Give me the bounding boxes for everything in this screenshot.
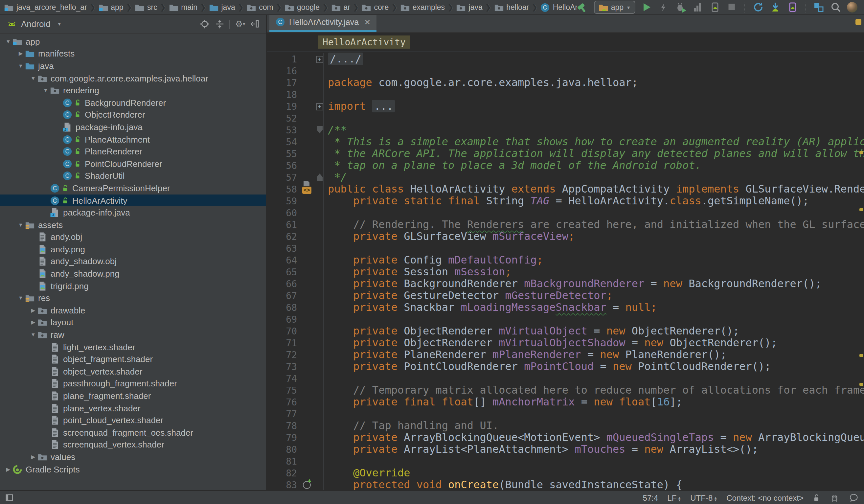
related-gutter-icon[interactable]: <> — [301, 183, 315, 195]
collapse-all-button[interactable] — [214, 19, 225, 29]
project-view-selector[interactable]: Android — [21, 19, 51, 29]
warning-stripe-mark[interactable] — [860, 151, 863, 154]
tree-item-andy-shadow-obj[interactable]: andy_shadow.obj — [0, 255, 266, 267]
tree-item-java[interactable]: ▼java — [0, 60, 266, 72]
fold-marker-icon[interactable] — [315, 124, 324, 136]
user-avatar[interactable] — [847, 2, 857, 12]
tree-item-andy-obj[interactable]: andy.obj — [0, 231, 266, 243]
error-stripe-scrollbar[interactable] — [857, 15, 864, 490]
layout-inspector-button[interactable] — [813, 1, 825, 13]
close-tab-icon[interactable]: ✕ — [364, 17, 371, 27]
fold-marker-icon[interactable]: + — [315, 100, 324, 112]
warning-stripe-mark[interactable] — [860, 208, 863, 211]
tree-item-point-cloud-vertex-shader[interactable]: point_cloud_vertex.shader — [0, 414, 266, 427]
chevron-expanded-icon[interactable]: ▼ — [29, 332, 37, 338]
breadcrumb-item-helloar[interactable]: helloar — [494, 2, 529, 12]
tree-item-camerapermissionhelper[interactable]: CCameraPermissionHelper — [0, 182, 266, 194]
breadcrumb-item-ar[interactable]: ar — [331, 2, 350, 12]
tree-item-shaderutil[interactable]: CShaderUtil — [0, 170, 266, 182]
chevron-collapsed-icon[interactable]: ▶ — [29, 308, 37, 313]
tree-item-backgroundrenderer[interactable]: CBackgroundRenderer — [0, 97, 266, 109]
tree-item-andy-png[interactable]: andy.png — [0, 243, 266, 255]
code-editor[interactable]: 1+/.../1617package com.google.ar.core.ex… — [267, 52, 864, 490]
tree-item-app[interactable]: ▼app — [0, 35, 266, 48]
inspections-status-icon[interactable] — [855, 19, 861, 25]
fold-marker-icon[interactable] — [315, 171, 324, 183]
caret-position-widget[interactable]: 57:4 — [643, 493, 658, 503]
tree-item-com-google-ar-core-examples-java-helloar[interactable]: ▼com.google.ar.core.examples.java.helloa… — [0, 72, 266, 84]
hector-inspector-icon[interactable] — [830, 493, 840, 503]
tree-item-passthrough-fragment-shader[interactable]: passthrough_fragment.shader — [0, 377, 266, 390]
tree-item-trigrid-png[interactable]: trigrid.png — [0, 280, 266, 292]
breadcrumb-item-helloaractivity[interactable]: CHelloArActivity — [540, 2, 577, 12]
breadcrumb-item-java[interactable]: java — [456, 2, 483, 12]
profile-button[interactable] — [692, 1, 704, 13]
editor-tab-helloaractivity[interactable]: C HelloArActivity.java ✕ — [269, 15, 376, 32]
breadcrumb-item-com[interactable]: com — [247, 2, 273, 12]
tool-window-toggle-icon[interactable] — [5, 494, 14, 502]
chevron-collapsed-icon[interactable]: ▶ — [29, 320, 37, 326]
lock-open-icon[interactable] — [813, 493, 821, 503]
breadcrumb-chip-class[interactable]: HelloArActivity — [318, 35, 410, 49]
chevron-expanded-icon[interactable]: ▼ — [16, 222, 25, 228]
chevron-collapsed-icon[interactable]: ▶ — [16, 51, 25, 57]
tree-item-helloaractivity[interactable]: CHelloArActivity — [0, 194, 266, 206]
chevron-expanded-icon[interactable]: ▼ — [29, 75, 37, 81]
override-gutter-icon[interactable] — [301, 479, 315, 490]
breadcrumb-item-core[interactable]: core — [362, 2, 389, 12]
settings-gear-button[interactable]: ⚙▾ — [235, 19, 246, 29]
tree-item-screenquad-fragment-oes-shader[interactable]: screenquad_fragment_oes.shader — [0, 427, 266, 439]
chevron-expanded-icon[interactable]: ▼ — [41, 87, 50, 93]
tree-item-layout[interactable]: ▶layout — [0, 316, 266, 328]
search-everywhere-button[interactable] — [830, 1, 842, 13]
chevron-expanded-icon[interactable]: ▼ — [16, 295, 25, 301]
breadcrumb-item-main[interactable]: main — [169, 2, 197, 12]
tree-item-light-vertex-shader[interactable]: light_vertex.shader — [0, 341, 266, 353]
apply-changes-button[interactable] — [658, 1, 670, 13]
tree-item-andy-shadow-png[interactable]: andy_shadow.png — [0, 268, 266, 280]
warning-stripe-mark[interactable] — [860, 383, 863, 386]
tree-item-object-vertex-shader[interactable]: object_vertex.shader — [0, 365, 266, 377]
debug-button[interactable] — [675, 1, 687, 13]
breadcrumb-item-java[interactable]: java — [209, 2, 235, 12]
tree-item-package-info-java[interactable]: Jpackage-info.java — [0, 207, 266, 219]
run-configuration-dropdown[interactable]: app▼ — [594, 1, 635, 14]
locate-file-button[interactable] — [199, 19, 210, 29]
tree-item-planeattachment[interactable]: CPlaneAttachment — [0, 133, 266, 146]
tree-item-gradle-scripts[interactable]: ▶Gradle Scripts — [0, 463, 266, 476]
encoding-widget[interactable]: UTF-8▲▼ — [690, 493, 717, 503]
fold-marker-icon[interactable]: + — [315, 53, 324, 65]
tree-item-pointcloudrenderer[interactable]: CPointCloudRenderer — [0, 158, 266, 170]
tree-item-screenquad-vertex-shader[interactable]: screenquad_vertex.shader — [0, 439, 266, 451]
tree-item-rendering[interactable]: ▼rendering — [0, 84, 266, 97]
tree-item-values[interactable]: ▶values — [0, 451, 266, 463]
breadcrumb-item-app[interactable]: app — [98, 2, 123, 12]
warning-stripe-mark[interactable] — [860, 354, 863, 357]
chevron-collapsed-icon[interactable]: ▶ — [4, 466, 12, 472]
tree-item-manifests[interactable]: ▶manifests — [0, 48, 266, 60]
tree-item-raw[interactable]: ▼raw — [0, 329, 266, 341]
breadcrumb-item-examples[interactable]: examples — [400, 2, 445, 12]
chevron-collapsed-icon[interactable]: ▶ — [29, 454, 37, 460]
tree-item-plane-vertex-shader[interactable]: plane_vertex.shader — [0, 402, 266, 414]
context-widget[interactable]: Context: <no context> — [727, 493, 804, 503]
line-ending-widget[interactable]: LF▲▼ — [667, 493, 681, 503]
hide-panel-button[interactable] — [250, 19, 261, 29]
tree-item-object-fragment-shader[interactable]: object_fragment.shader — [0, 353, 266, 365]
chevron-expanded-icon[interactable]: ▼ — [4, 39, 12, 45]
tree-item-objectrenderer[interactable]: CObjectRenderer — [0, 109, 266, 121]
build-hammer-button[interactable] — [577, 1, 589, 13]
breadcrumb-item-java_arcore_hello_ar[interactable]: java_arcore_hello_ar — [4, 2, 87, 12]
tree-item-res[interactable]: ▼res — [0, 292, 266, 304]
event-log-bubble-icon[interactable] — [849, 493, 859, 503]
breadcrumb-item-src[interactable]: src — [135, 2, 157, 12]
tree-item-assets[interactable]: ▼assets — [0, 219, 266, 231]
tree-item-plane-fragment-shader[interactable]: plane_fragment.shader — [0, 390, 266, 402]
sdk-manager-button[interactable] — [769, 1, 781, 13]
chevron-expanded-icon[interactable]: ▼ — [16, 63, 25, 69]
run-on-device-button[interactable] — [709, 1, 721, 13]
tree-item-package-info-java[interactable]: Jpackage-info.java — [0, 121, 266, 133]
tree-item-planerenderer[interactable]: CPlaneRenderer — [0, 146, 266, 158]
sync-project-button[interactable] — [752, 1, 764, 13]
stop-button[interactable] — [726, 1, 738, 13]
